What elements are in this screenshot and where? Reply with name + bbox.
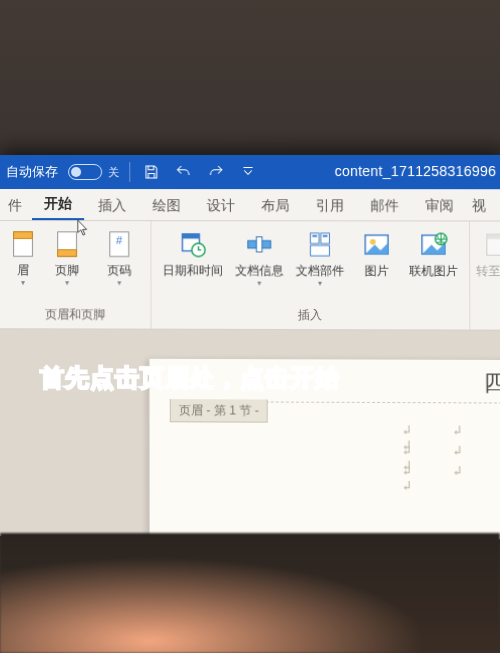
tab-draw[interactable]: 绘图 [140, 191, 192, 220]
save-button[interactable] [140, 161, 162, 183]
online-picture-label: 联机图片 [409, 264, 458, 278]
svg-text:#: # [116, 234, 123, 246]
tab-review[interactable]: 审阅 [413, 191, 466, 220]
docparts-button[interactable]: 文档部件 ▾ [293, 225, 348, 288]
svg-rect-11 [310, 233, 319, 243]
save-icon [142, 163, 160, 181]
divider [129, 162, 130, 182]
page-number-button[interactable]: # 页码 ▾ [96, 225, 142, 287]
page-number-label: 页码 [107, 263, 131, 277]
goto-icon [477, 228, 500, 262]
picture-icon [359, 227, 394, 261]
titlebar: 自动保存 关 content_1711258316996 [0, 155, 500, 189]
paragraph-marks: ↲↲↲ [403, 463, 500, 494]
header-button[interactable]: 眉 ▾ [8, 225, 38, 287]
document-title: content_1711258316996 [335, 163, 496, 179]
datetime-button[interactable]: 日期和时间 [159, 225, 226, 277]
online-picture-button[interactable]: 联机图片 [406, 225, 461, 278]
svg-rect-3 [58, 250, 77, 257]
tab-file[interactable]: 件 [4, 191, 30, 220]
redo-icon [207, 163, 225, 181]
header-label: 眉 [17, 263, 29, 277]
docparts-icon [303, 227, 337, 261]
header-section-tab[interactable]: 页眉 - 第 1 节 - [170, 399, 268, 423]
chevron-down-icon: ▾ [257, 279, 261, 288]
svg-rect-1 [14, 232, 33, 239]
svg-rect-15 [323, 235, 328, 237]
svg-rect-14 [312, 235, 317, 237]
undo-button[interactable] [172, 161, 194, 183]
instruction-caption: 首先点击页眉处，点击开始 [40, 362, 340, 394]
picture-button[interactable]: 图片 [353, 225, 400, 277]
chevron-down-icon: ▾ [117, 278, 121, 287]
docinfo-icon [242, 227, 276, 261]
header-icon [6, 227, 40, 261]
picture-label: 图片 [365, 264, 389, 278]
tab-home[interactable]: 开始 [32, 189, 84, 220]
screen-area: 自动保存 关 content_1711258316996 件 开始 插入 绘图 … [0, 155, 500, 539]
datetime-label: 日期和时间 [163, 263, 223, 277]
ribbon: 眉 ▾ 页脚 ▾ # 页码 ▾ 页眉和页脚 [0, 221, 500, 331]
online-picture-icon [416, 227, 451, 261]
chevron-down-icon [239, 163, 257, 181]
corner-text: 四 [484, 368, 500, 398]
tab-mailings[interactable]: 邮件 [358, 191, 411, 220]
svg-rect-12 [321, 233, 330, 243]
footer-label: 页脚 [55, 263, 79, 277]
tab-references[interactable]: 引用 [304, 191, 357, 220]
group-label-header-footer: 页眉和页脚 [45, 304, 105, 326]
tab-layout[interactable]: 布局 [249, 191, 302, 220]
document-canvas[interactable]: 四 页眉 - 第 1 节 - ↲↲↲ ↲↲↲ ↲↲↲ [0, 329, 500, 538]
svg-point-17 [370, 239, 376, 245]
calendar-clock-icon [176, 227, 210, 261]
autosave-toggle[interactable] [68, 164, 102, 180]
goto-button[interactable]: 转至页 [471, 226, 500, 279]
redo-button[interactable] [205, 161, 227, 183]
foreground-desk [0, 533, 500, 653]
undo-icon [175, 163, 193, 181]
tab-design[interactable]: 设计 [195, 191, 247, 220]
svg-rect-21 [487, 234, 500, 239]
autosave-state: 关 [108, 164, 119, 179]
tab-insert[interactable]: 插入 [86, 191, 138, 220]
chevron-down-icon: ▾ [65, 278, 69, 287]
chevron-down-icon: ▾ [318, 279, 322, 288]
goto-label: 转至页 [476, 264, 500, 278]
tab-view[interactable]: 视 [468, 191, 495, 220]
docparts-label: 文档部件 [296, 264, 345, 278]
mouse-cursor [76, 219, 90, 237]
group-insert: 日期和时间 文档信息 ▾ 文档部件 ▾ [151, 221, 470, 329]
docinfo-label: 文档信息 [235, 263, 283, 277]
group-label-insert: 插入 [298, 305, 322, 327]
autosave-label: 自动保存 [6, 163, 58, 181]
group-navigation: 转至页 [470, 221, 500, 329]
svg-rect-13 [310, 245, 329, 255]
svg-rect-10 [256, 237, 262, 252]
chevron-down-icon: ▾ [21, 278, 25, 287]
docinfo-button[interactable]: 文档信息 ▾ [232, 225, 287, 287]
svg-rect-7 [182, 234, 199, 239]
page-number-icon: # [102, 227, 136, 261]
qat-dropdown[interactable] [237, 161, 259, 183]
ribbon-tabs: 件 开始 插入 绘图 设计 布局 引用 邮件 审阅 视 [0, 189, 500, 222]
